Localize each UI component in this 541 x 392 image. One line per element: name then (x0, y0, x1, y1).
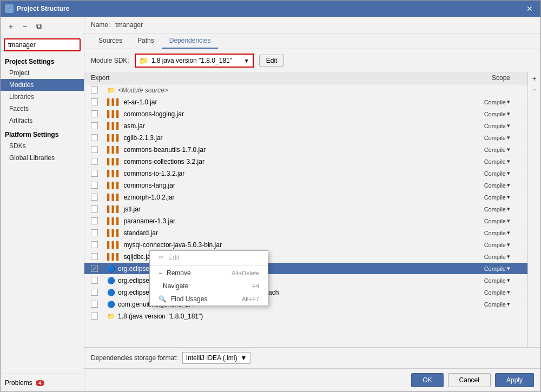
problems-item[interactable]: Problems 4 (5, 377, 80, 388)
sdk-dropdown[interactable]: 📁 1.8 java version "1.8.0_181" ▼ (135, 54, 254, 68)
row-checkbox[interactable] (91, 134, 107, 141)
scope-dropdown[interactable]: Compile ▾ (469, 253, 510, 260)
context-menu-remove[interactable]: − Remove Alt+Delete (150, 267, 268, 280)
table-row[interactable]: ▌▌▌ mysql-connector-java-5.0.3-bin.jar C… (84, 239, 527, 251)
deps-table-header: Export Scope (84, 72, 527, 84)
row-checkbox[interactable] (91, 170, 107, 177)
row-checkbox[interactable] (91, 122, 107, 129)
copy-module-button[interactable]: ⧉ (33, 21, 45, 32)
sidebar-item-project[interactable]: Project (1, 67, 84, 79)
row-checkbox[interactable] (91, 182, 107, 189)
chevron-icon: ▾ (507, 265, 510, 272)
sidebar-item-modules[interactable]: Modules (1, 79, 84, 91)
row-checkbox[interactable] (91, 229, 107, 236)
dep-name: ▌▌▌ jstl.jar (107, 205, 469, 213)
remove-module-button[interactable]: − (19, 21, 31, 32)
jar-icon: ▌▌▌ (107, 182, 121, 189)
context-menu-navigate[interactable]: Navigate F4 (150, 280, 268, 293)
row-checkbox[interactable] (91, 98, 107, 105)
scope-dropdown[interactable]: Compile ▾ (469, 229, 510, 236)
row-checkbox[interactable] (91, 253, 107, 260)
scope-dropdown[interactable]: Compile ▾ (469, 205, 510, 212)
sdk-edit-button[interactable]: Edit (259, 55, 285, 67)
context-menu-separator (150, 265, 268, 265)
tab-dependencies[interactable]: Dependencies (162, 34, 219, 49)
storage-format-dropdown[interactable]: IntelliJ IDEA (.iml) ▼ (182, 352, 251, 364)
table-row[interactable]: ▌▌▌ jstl.jar Compile ▾ (84, 203, 527, 215)
scope-dropdown[interactable]: Compile ▾ (469, 277, 510, 284)
table-row[interactable]: ▌▌▌ commons-io-1.3.2.jar Compile ▾ (84, 168, 527, 180)
row-checkbox[interactable] (91, 217, 107, 224)
sidebar-item-sdks[interactable]: SDKs (1, 140, 84, 152)
scope-dropdown[interactable]: Compile ▾ (469, 134, 510, 141)
dep-scope: Compile ▾ (469, 194, 512, 201)
find-shortcut: Alt+F7 (242, 296, 259, 302)
remove-dep-button[interactable]: − (530, 85, 539, 95)
table-row[interactable]: ▌▌▌ commons-beanutils-1.7.0.jar Compile … (84, 144, 527, 156)
apply-button[interactable]: Apply (495, 373, 534, 387)
sidebar-item-artifacts[interactable]: Artifacts (1, 115, 84, 127)
storage-label: Dependencies storage format: (91, 354, 178, 362)
scope-dropdown[interactable]: Compile ▾ (469, 241, 510, 248)
scope-dropdown[interactable]: Compile ▾ (469, 265, 510, 272)
scope-dropdown[interactable]: Compile ▾ (469, 158, 510, 165)
table-row[interactable]: ▌▌▌ standard.jar Compile ▾ (84, 227, 527, 239)
scope-dropdown[interactable]: Compile ▾ (469, 182, 510, 189)
table-row[interactable]: 📁 1.8 (java version "1.8.0_181") (84, 310, 527, 322)
scope-dropdown[interactable]: Compile ▾ (469, 146, 510, 153)
row-checkbox[interactable] (91, 313, 107, 320)
dep-scope: Compile ▾ (469, 146, 512, 153)
tab-sources[interactable]: Sources (91, 34, 130, 49)
dep-scope: Compile ▾ (469, 158, 512, 165)
table-row[interactable]: ▌▌▌ asm.jar Compile ▾ (84, 120, 527, 132)
sidebar-item-libraries[interactable]: Libraries (1, 91, 84, 103)
jar-icon: ▌▌▌ (107, 229, 121, 237)
dep-scope: Compile ▾ (469, 265, 512, 272)
scope-dropdown[interactable]: Compile ▾ (469, 110, 510, 117)
close-button[interactable]: ✕ (523, 3, 536, 14)
row-checkbox[interactable] (91, 301, 107, 308)
sidebar-item-global-libraries[interactable]: Global Libraries (1, 152, 84, 164)
jar-icon: ▌▌▌ (107, 134, 121, 142)
table-row[interactable]: ▌▌▌ commons-collections-3.2.jar Compile … (84, 156, 527, 168)
scope-dropdown[interactable]: Compile ▾ (469, 194, 510, 201)
remove-shortcut: Alt+Delete (232, 270, 259, 276)
context-menu-edit[interactable]: ✏ Edit (150, 251, 268, 264)
table-row[interactable]: ▌▌▌ commons-lang.jar Compile ▾ (84, 180, 527, 191)
add-dep-button[interactable]: + (530, 74, 539, 84)
row-checkbox[interactable] (91, 110, 107, 117)
jar-icon: ▌▌▌ (107, 122, 121, 130)
table-row[interactable]: ▌▌▌ commons-logging.jar Compile ▾ (84, 108, 527, 120)
row-checkbox[interactable] (91, 146, 107, 153)
tab-paths[interactable]: Paths (130, 34, 162, 49)
scope-dropdown[interactable]: Compile ▾ (469, 301, 510, 308)
scope-dropdown[interactable]: Compile ▾ (469, 98, 510, 105)
chevron-icon: ▾ (507, 194, 510, 201)
row-checkbox[interactable] (91, 158, 107, 165)
eclipse-icon: 🔵 (107, 301, 115, 308)
module-item-tmanager[interactable]: tmanager (4, 38, 81, 51)
scope-dropdown[interactable]: Compile ▾ (469, 122, 510, 129)
row-checkbox[interactable] (91, 205, 107, 212)
context-menu-find-usages[interactable]: 🔍 Find Usages Alt+F7 (150, 293, 268, 305)
row-checkbox[interactable] (91, 289, 107, 296)
deps-side-toolbar: + − (527, 72, 540, 347)
row-checkbox[interactable] (91, 277, 107, 284)
table-row[interactable]: ▌▌▌ ezmorph-1.0.2.jar Compile ▾ (84, 191, 527, 203)
bottom-area: Dependencies storage format: IntelliJ ID… (84, 347, 540, 368)
row-checkbox[interactable]: ✓ (91, 265, 107, 272)
ok-button[interactable]: OK (411, 373, 443, 387)
row-checkbox[interactable] (91, 194, 107, 201)
row-checkbox[interactable] (91, 241, 107, 248)
sidebar-item-facets[interactable]: Facets (1, 103, 84, 115)
row-checkbox[interactable] (91, 87, 107, 94)
scope-dropdown[interactable]: Compile ▾ (469, 170, 510, 177)
cancel-button[interactable]: Cancel (448, 373, 491, 387)
table-row[interactable]: 📁 <Module source> (84, 84, 527, 96)
table-row[interactable]: ▌▌▌ paranamer-1.3.jar Compile ▾ (84, 215, 527, 227)
table-row[interactable]: ▌▌▌ cglib-2.1.3.jar Compile ▾ (84, 132, 527, 144)
add-module-button[interactable]: + (5, 21, 17, 32)
scope-dropdown[interactable]: Compile ▾ (469, 217, 510, 224)
scope-dropdown[interactable]: Compile ▾ (469, 289, 510, 296)
table-row[interactable]: ▌▌▌ et-ar-1.0.jar Compile ▾ (84, 96, 527, 108)
